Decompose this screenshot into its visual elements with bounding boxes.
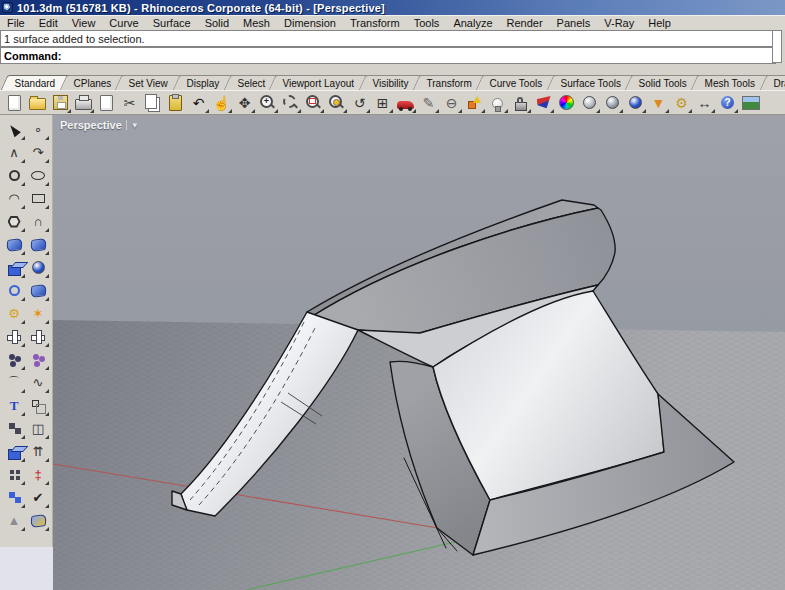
array-grid-icon[interactable] — [2, 463, 26, 486]
ellipse-icon[interactable] — [26, 164, 50, 187]
lock-icon[interactable] — [509, 92, 532, 114]
solid-union-icon[interactable] — [2, 440, 26, 463]
zoom-selected-icon[interactable] — [325, 92, 348, 114]
circle-icon[interactable] — [2, 164, 26, 187]
menu-item-render[interactable]: Render — [500, 17, 550, 29]
sphere-icon[interactable] — [26, 256, 50, 279]
flyout-indicator — [45, 136, 49, 140]
blend-curve-icon[interactable]: ∿ — [26, 371, 50, 394]
viewport-title[interactable]: Perspective ▼ — [60, 119, 139, 131]
menu-item-help[interactable]: Help — [641, 17, 678, 29]
curve-pipe-icon[interactable]: ∩ — [26, 210, 50, 233]
undo-icon[interactable]: ↶ — [187, 92, 210, 114]
explode-icon[interactable]: ✶ — [26, 302, 50, 325]
tab-surface-tools[interactable]: Surface Tools — [546, 75, 635, 90]
patch-surface-icon[interactable] — [26, 233, 50, 256]
block-icon[interactable] — [2, 417, 26, 440]
interpolate-curve-icon[interactable]: ↷ — [26, 141, 50, 164]
mirror-icon[interactable]: ◫ — [26, 417, 50, 440]
circle-center-icon[interactable]: ⊖ — [440, 92, 463, 114]
open-file-icon[interactable] — [26, 92, 49, 114]
help-icon[interactable]: ? — [716, 92, 739, 114]
menu-item-dimension[interactable]: Dimension — [277, 17, 343, 29]
zoom-window-icon[interactable] — [302, 92, 325, 114]
car-icon[interactable] — [394, 92, 417, 114]
undo-view-icon[interactable]: ↺ — [348, 92, 371, 114]
menu-item-edit[interactable]: Edit — [32, 17, 65, 29]
split-icon[interactable] — [26, 325, 50, 348]
check-selection-icon[interactable]: ✔ — [26, 486, 50, 509]
export-file-icon[interactable] — [95, 92, 118, 114]
color-wheel-icon[interactable] — [555, 92, 578, 114]
copy-icon[interactable] — [141, 92, 164, 114]
menu-item-view[interactable]: View — [65, 17, 103, 29]
menu-item-solid[interactable]: Solid — [198, 17, 236, 29]
paste-icon[interactable] — [164, 92, 187, 114]
command-scrollbar[interactable] — [772, 30, 782, 63]
flyout-indicator — [688, 109, 692, 113]
xray-sphere-icon[interactable] — [601, 92, 624, 114]
viewport-title-divider — [126, 120, 127, 130]
bulb-icon[interactable] — [486, 92, 509, 114]
text-icon[interactable]: T — [2, 394, 26, 417]
print-icon[interactable] — [72, 92, 95, 114]
new-file-icon[interactable] — [3, 92, 26, 114]
trim-icon[interactable] — [2, 325, 26, 348]
shaded-sphere-icon[interactable] — [578, 92, 601, 114]
menu-item-file[interactable]: File — [0, 17, 32, 29]
viewport-layout-icon[interactable]: ⊞ — [371, 92, 394, 114]
surface-tools-icon[interactable] — [26, 509, 50, 532]
zoom-selected-icon-modifier — [333, 99, 340, 106]
group-icon[interactable] — [26, 348, 50, 371]
polyline-icon[interactable]: ∧ — [2, 141, 26, 164]
cut-icon[interactable]: ✂ — [118, 92, 141, 114]
command-prompt[interactable]: Command: — [0, 47, 776, 64]
render-preview-icon[interactable] — [739, 92, 762, 114]
group-shapes-icon[interactable] — [463, 92, 486, 114]
box-icon[interactable] — [2, 256, 26, 279]
menu-item-v-ray[interactable]: V-Ray — [597, 17, 641, 29]
loft-surface-icon[interactable] — [26, 279, 50, 302]
join-icon[interactable] — [2, 348, 26, 371]
cplane-pencil-icon[interactable]: ✎ — [417, 92, 440, 114]
tab-mesh-tools[interactable]: Mesh Tools — [691, 75, 770, 90]
menu-item-analyze[interactable]: Analyze — [446, 17, 499, 29]
boolean-gear-icon[interactable]: ⚙ — [2, 302, 26, 325]
surface-points-icon[interactable] — [2, 233, 26, 256]
rectangle-icon[interactable] — [26, 187, 50, 210]
cone-icon[interactable]: ▲ — [2, 509, 26, 532]
tab-viewport-layout[interactable]: Viewport Layout — [269, 75, 369, 90]
array-icon[interactable]: ⇈ — [26, 440, 50, 463]
vray-cone-icon[interactable]: ▼ — [647, 92, 670, 114]
copy-icon-glyph — [145, 94, 157, 109]
menu-item-curve[interactable]: Curve — [102, 17, 145, 29]
menu-item-surface[interactable]: Surface — [146, 17, 198, 29]
fillet-curve-icon[interactable]: ⌒ — [2, 371, 26, 394]
options-gear-icon[interactable]: ⚙ — [670, 92, 693, 114]
display-mode-flag-icon[interactable] — [532, 92, 555, 114]
single-point-icon[interactable]: ∘ — [26, 118, 50, 141]
pan-hand-icon[interactable]: ☝ — [210, 92, 233, 114]
menu-item-tools[interactable]: Tools — [407, 17, 447, 29]
scale-icon[interactable] — [26, 394, 50, 417]
menu-item-panels[interactable]: Panels — [550, 17, 598, 29]
rhino-window: 101.3dm (516781 KB) - Rhinoceros Corpora… — [0, 0, 785, 590]
menu-item-mesh[interactable]: Mesh — [236, 17, 277, 29]
viewport-canvas[interactable]: Perspective ▼ — [53, 115, 785, 590]
rotate-view-icon[interactable]: ✥ — [233, 92, 256, 114]
viewport-title-menu-icon[interactable]: ▼ — [131, 121, 139, 130]
torus-icon[interactable] — [2, 279, 26, 302]
zoom-dynamic-icon[interactable] — [279, 92, 302, 114]
tab-solid-tools[interactable]: Solid Tools — [625, 75, 702, 90]
arc-icon[interactable]: ◠ — [2, 187, 26, 210]
rendered-sphere-icon[interactable] — [624, 92, 647, 114]
save-file-icon[interactable] — [49, 92, 72, 114]
dimension-icon[interactable]: ↔ — [693, 92, 716, 114]
polygon-icon[interactable] — [2, 210, 26, 233]
center-mark-icon[interactable]: ‡ — [26, 463, 50, 486]
select-pointer-icon[interactable] — [2, 118, 26, 141]
menu-item-transform[interactable]: Transform — [343, 17, 407, 29]
zoom-in-icon[interactable]: + — [256, 92, 279, 114]
show-objects-icon[interactable] — [2, 486, 26, 509]
tab-curve-tools[interactable]: Curve Tools — [476, 75, 557, 90]
